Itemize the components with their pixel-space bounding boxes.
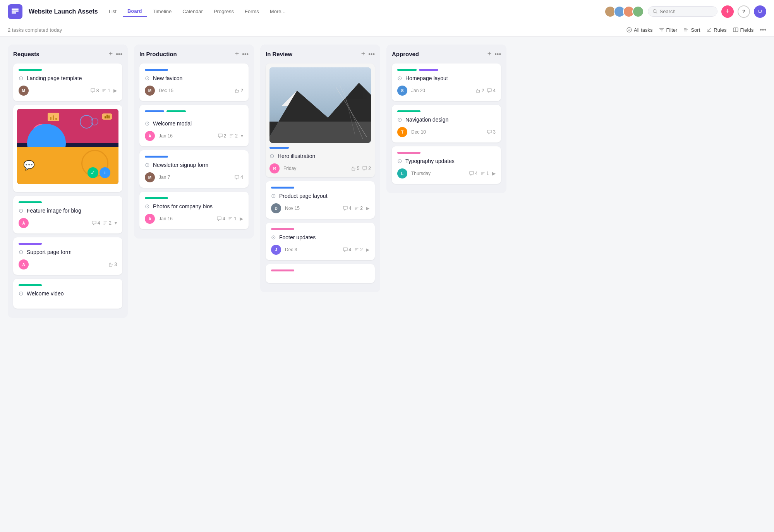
column-more-approved[interactable]: ••• <box>494 51 501 58</box>
card-title-row: ⊙ Support page form <box>19 249 117 256</box>
rules-button[interactable]: Rules <box>706 27 726 33</box>
card-footer: L Thursday 4 1 ▶ <box>397 168 496 178</box>
card-avatar: M <box>145 86 155 96</box>
card-avatar: A <box>145 131 155 141</box>
dropdown-button[interactable]: ▾ <box>115 220 117 226</box>
svg-rect-1 <box>12 10 19 12</box>
meta-comments: 4 <box>469 171 478 176</box>
expand-button[interactable]: ▶ <box>366 247 369 252</box>
card-color-bar <box>145 197 168 199</box>
meta-comments: 4 <box>343 247 352 252</box>
card-avatar: A <box>145 214 155 224</box>
card-color-bar-purple <box>419 69 438 71</box>
card-date: Jan 20 <box>411 88 425 93</box>
team-avatars <box>604 6 644 17</box>
card-avatar: A <box>19 218 29 228</box>
column-actions-in-production: + ••• <box>235 50 249 58</box>
tab-timeline[interactable]: Timeline <box>148 6 177 17</box>
card-footer: A 4 2 ▾ <box>19 218 117 228</box>
dropdown-button[interactable]: ▾ <box>241 133 243 139</box>
card-avatar: M <box>19 86 29 96</box>
card-meta: 4 <box>235 175 243 180</box>
column-approved: Approved + ••• ⊙ Homepage layout S Jan 2… <box>386 45 506 193</box>
card-footer: M 8 1 ▶ <box>19 86 117 96</box>
column-more-in-review[interactable]: ••• <box>368 51 375 58</box>
bar-2 <box>53 115 54 120</box>
help-button[interactable]: ? <box>738 5 750 18</box>
card-footer: S Jan 20 2 4 <box>397 86 496 96</box>
search-box[interactable] <box>648 6 717 17</box>
column-add-approved[interactable]: + <box>487 50 492 58</box>
user-avatar[interactable]: U <box>754 5 766 18</box>
add-button[interactable]: + <box>721 5 734 18</box>
card-meta: 3 <box>108 262 117 267</box>
check-icon: ⊙ <box>397 116 402 123</box>
rules-icon <box>706 27 712 33</box>
card-title-row: ⊙ Hero illustration <box>269 153 371 160</box>
sort-icon <box>683 27 689 33</box>
tab-forms[interactable]: Forms <box>240 6 264 17</box>
check-icon: ⊙ <box>269 153 275 160</box>
meta-subtasks: 2 <box>354 206 363 211</box>
search-input[interactable] <box>660 9 712 14</box>
card-color-bar <box>397 152 420 154</box>
expand-button[interactable]: ▶ <box>113 88 117 93</box>
column-add-in-production[interactable]: + <box>235 50 239 58</box>
svg-rect-2 <box>12 12 16 14</box>
meta-subtasks: 2 <box>229 133 238 139</box>
design-image: 💬 ✓ + <box>17 109 118 184</box>
card-typography-updates: ⊙ Typography updates L Thursday 4 1 ▶ <box>392 146 501 184</box>
check-icon: ⊙ <box>145 161 150 168</box>
svg-line-4 <box>656 12 657 14</box>
comment-icon <box>362 166 367 171</box>
meta-comments: 4 <box>217 216 225 221</box>
meta-comments: 3 <box>487 129 496 135</box>
expand-button[interactable]: ▶ <box>366 206 369 211</box>
card-avatar: A <box>19 259 29 269</box>
tab-list[interactable]: List <box>104 6 121 17</box>
column-more-requests[interactable]: ••• <box>116 51 122 58</box>
meta-likes: 5 <box>351 166 360 171</box>
card-title: Feature image for blog <box>27 208 81 214</box>
card-new-favicon: ⊙ New favicon M Dec 15 2 <box>139 63 249 101</box>
card-meta: 4 2 ▾ <box>92 220 117 226</box>
expand-button[interactable]: ▶ <box>240 216 243 221</box>
card-date: Jan 7 <box>159 175 170 180</box>
comment-icon <box>217 216 221 221</box>
team-avatar-4[interactable] <box>632 6 644 17</box>
column-header-in-review: In Review + ••• <box>266 50 375 58</box>
card-footer: M Dec 15 2 <box>145 86 243 96</box>
card-color-bar <box>271 228 294 230</box>
tab-calendar[interactable]: Calendar <box>178 6 208 17</box>
column-more-in-production[interactable]: ••• <box>242 51 249 58</box>
design-badge <box>102 113 112 120</box>
card-title-row: ⊙ Photos for company bios <box>145 203 243 210</box>
card-date: Dec 10 <box>411 129 426 135</box>
card-meta: 2 <box>235 88 243 93</box>
filter-button[interactable]: Filter <box>659 27 678 33</box>
tab-board[interactable]: Board <box>123 6 147 17</box>
card-welcome-video: ⊙ Welcome video <box>13 279 122 309</box>
badge-bar-2 <box>106 115 108 118</box>
tab-more[interactable]: More... <box>265 6 290 17</box>
svg-rect-0 <box>12 9 19 10</box>
check-icon: ⊙ <box>19 249 24 256</box>
column-add-requests[interactable]: + <box>109 50 113 58</box>
meta-comments: 4 <box>235 175 243 180</box>
card-title: Product page layout <box>279 193 328 199</box>
card-footer: A Jan 16 2 2 ▾ <box>145 131 243 141</box>
column-add-in-review[interactable]: + <box>361 50 366 58</box>
expand-button[interactable]: ▶ <box>492 171 496 176</box>
more-actions-button[interactable]: ••• <box>760 26 766 33</box>
card-footer: J Dec 3 4 2 ▶ <box>271 245 369 255</box>
tab-progress[interactable]: Progress <box>209 6 239 17</box>
card-color-bar <box>19 243 42 245</box>
card-color-bar-blue <box>269 147 289 149</box>
column-in-production: In Production + ••• ⊙ New favicon M Dec … <box>134 45 254 239</box>
card-title: New favicon <box>153 75 182 81</box>
check-icon: ⊙ <box>397 158 402 165</box>
card-title: Footer updates <box>279 234 316 240</box>
fields-button[interactable]: Fields <box>733 27 754 33</box>
all-tasks-filter[interactable]: All tasks <box>626 27 652 33</box>
sort-button[interactable]: Sort <box>683 27 700 33</box>
